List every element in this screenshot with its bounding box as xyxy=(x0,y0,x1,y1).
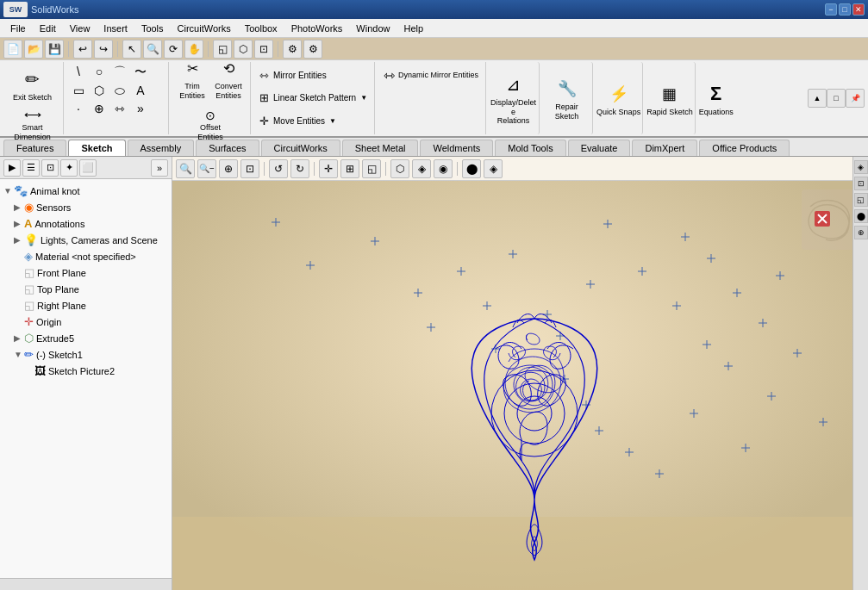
minimize-button[interactable]: − xyxy=(825,3,837,16)
rotate-left-btn[interactable]: ↺ xyxy=(269,159,288,178)
linear-pattern-row[interactable]: ⊞ Linear Sketch Pattern ▼ xyxy=(258,90,369,105)
canvas-area[interactable]: 🔍 🔍− ⊕ ⊡ ↺ ↻ ✛ ⊞ ◱ ⬡ ◈ ◉ ⬤ ◈ xyxy=(172,157,852,590)
rotate-right-btn[interactable]: ↻ xyxy=(290,159,309,178)
menu-view[interactable]: View xyxy=(63,22,97,35)
tree-sketch-picture[interactable]: 🖼 Sketch Picture2 xyxy=(0,363,172,379)
rapid-sketch-button[interactable]: ▦ Rapid Sketch xyxy=(645,62,696,134)
section-view-btn[interactable]: ⊡ xyxy=(254,40,273,59)
tree-root[interactable]: ▼ 🐾 Animal knot xyxy=(0,183,172,199)
tab-sheet-metal[interactable]: Sheet Metal xyxy=(342,140,419,156)
spline-btn[interactable]: 〜 xyxy=(131,64,150,81)
tab-mold-tools[interactable]: Mold Tools xyxy=(495,140,565,156)
menu-circuitworks[interactable]: CircuitWorks xyxy=(171,22,238,35)
smart-dim-button[interactable]: ⟷ Smart Dimension xyxy=(7,104,58,144)
tree-top-plane[interactable]: ◱ Top Plane xyxy=(0,281,172,297)
display-delete-button[interactable]: ⊿ Display/DeleteRelations xyxy=(488,62,540,134)
zoom-out-btn[interactable]: 🔍− xyxy=(197,159,216,178)
zoom-area-btn[interactable]: ⊡ xyxy=(240,159,259,178)
tree-lights[interactable]: ▶ 💡 Lights, Cameras and Scene xyxy=(0,232,172,248)
zoom-fit-btn[interactable]: ⊕ xyxy=(219,159,238,178)
zoom-in-btn[interactable]: 🔍 xyxy=(176,159,195,178)
lt-btn-expand[interactable]: » xyxy=(151,159,168,177)
poly-btn[interactable]: ⬡ xyxy=(90,83,109,99)
menu-window[interactable]: Window xyxy=(349,22,397,35)
offset-entities-button[interactable]: ⊙ Offset Entities xyxy=(185,106,236,144)
dynamic-mirror-row[interactable]: ⇿ Dynamic Mirror Entities xyxy=(382,65,480,85)
ribbon-pin-btn[interactable]: 📌 xyxy=(846,89,865,108)
text-btn[interactable]: A xyxy=(131,83,150,99)
shaded-btn[interactable]: ⬡ xyxy=(390,159,409,178)
tree-sensors[interactable]: ▶ ◉ Sensors xyxy=(0,199,172,215)
rebuild-btn[interactable]: ⚙ xyxy=(283,40,302,59)
pan-btn[interactable]: ✛ xyxy=(319,159,338,178)
tab-circuitworks[interactable]: CircuitWorks xyxy=(261,140,340,156)
lt-btn-5[interactable]: ⬜ xyxy=(79,159,97,177)
move-entities-dropdown-icon[interactable]: ▼ xyxy=(329,117,336,125)
tab-office-products[interactable]: Office Products xyxy=(699,140,790,156)
mirror-ent-btn[interactable]: ⇿ xyxy=(110,101,129,116)
menu-help[interactable]: Help xyxy=(397,22,430,35)
ellipse-btn[interactable]: ⬭ xyxy=(110,83,129,99)
display-mode-btn[interactable]: ⬤ xyxy=(462,159,481,178)
lt-btn-2[interactable]: ☰ xyxy=(22,159,40,177)
rp-btn-4[interactable]: ⬤ xyxy=(854,209,868,223)
save-btn[interactable]: 💾 xyxy=(45,40,64,59)
tab-features[interactable]: Features xyxy=(3,140,66,156)
circle-btn[interactable]: ○ xyxy=(90,64,109,81)
lt-btn-4[interactable]: ✦ xyxy=(60,159,78,177)
select-btn[interactable]: ↖ xyxy=(122,40,141,59)
tree-material[interactable]: ◈ Material <not specified> xyxy=(0,248,172,264)
quick-snaps-button[interactable]: ⚡ Quick Snaps xyxy=(595,62,643,134)
tree-sketch1[interactable]: ▼ ✏ (-) Sketch1 xyxy=(0,346,172,363)
constr-btn[interactable]: ⊕ xyxy=(90,101,109,116)
tree-extrude5[interactable]: ▶ ⬡ Extrude5 xyxy=(0,330,172,346)
tree-origin[interactable]: ✛ Origin xyxy=(0,314,172,330)
options-btn[interactable]: ⚙ xyxy=(303,40,322,59)
lt-btn-3[interactable]: ⊡ xyxy=(41,159,59,177)
move-entities-row[interactable]: ✛ Move Entities ▼ xyxy=(258,114,369,128)
close-overlay[interactable] xyxy=(815,211,830,227)
redo-btn[interactable]: ↪ xyxy=(94,40,113,59)
rp-btn-2[interactable]: ⊡ xyxy=(854,177,868,190)
rp-btn-1[interactable]: ◈ xyxy=(854,160,868,174)
menu-edit[interactable]: Edit xyxy=(33,22,63,35)
section-plane-btn[interactable]: ◈ xyxy=(484,159,503,178)
close-button[interactable]: ✕ xyxy=(852,3,865,16)
menu-tools[interactable]: Tools xyxy=(134,22,171,35)
rp-btn-3[interactable]: ◱ xyxy=(854,193,868,207)
open-btn[interactable]: 📂 xyxy=(24,40,43,59)
tab-evaluate[interactable]: Evaluate xyxy=(568,140,631,156)
tree-annotations[interactable]: ▶ A Annotations xyxy=(0,215,172,232)
tab-dimxpert[interactable]: DimXpert xyxy=(632,140,697,156)
lt-btn-1[interactable]: ▶ xyxy=(3,159,21,177)
line-btn[interactable]: \ xyxy=(69,64,88,81)
zoom-btn[interactable]: 🔍 xyxy=(143,40,162,59)
ribbon-expand-btn[interactable]: □ xyxy=(827,89,846,108)
hidden-lines-btn[interactable]: ◉ xyxy=(434,159,453,178)
menu-insert[interactable]: Insert xyxy=(97,22,134,35)
sketch-viewport[interactable]: X Z *Top xyxy=(172,181,852,590)
tree-right-plane[interactable]: ◱ Right Plane xyxy=(0,297,172,314)
menu-file[interactable]: File xyxy=(3,22,33,35)
exit-sketch-button[interactable]: ✏ Exit Sketch xyxy=(11,64,53,104)
menu-photoworks[interactable]: PhotoWorks xyxy=(284,22,350,35)
undo-btn[interactable]: ↩ xyxy=(73,40,92,59)
linear-pattern-dropdown-icon[interactable]: ▼ xyxy=(360,94,367,102)
menu-toolbox[interactable]: Toolbox xyxy=(238,22,284,35)
wireframe-btn[interactable]: ◈ xyxy=(412,159,431,178)
tab-weldments[interactable]: Weldments xyxy=(420,140,493,156)
convert-entities-button[interactable]: ⟲ ConvertEntities xyxy=(212,53,245,102)
ribbon-minimize-btn[interactable]: ▲ xyxy=(808,89,827,108)
trim-entities-button[interactable]: ✂ TrimEntities xyxy=(176,53,209,102)
rp-btn-5[interactable]: ⊕ xyxy=(854,226,868,239)
mirror-entities-row[interactable]: ⇿ Mirror Entities xyxy=(258,68,369,83)
repair-sketch-button[interactable]: 🔧 Repair Sketch xyxy=(541,62,593,134)
tab-surfaces[interactable]: Surfaces xyxy=(196,140,259,156)
tab-assembly[interactable]: Assembly xyxy=(128,140,195,156)
view-options-btn[interactable]: ⊞ xyxy=(340,159,359,178)
maximize-button[interactable]: □ xyxy=(839,3,851,16)
rect-btn[interactable]: ▭ xyxy=(69,83,88,99)
tab-sketch[interactable]: Sketch xyxy=(68,140,125,156)
view-orient-cv-btn[interactable]: ◱ xyxy=(362,159,381,178)
equations-button[interactable]: Σ Equations xyxy=(697,62,735,134)
